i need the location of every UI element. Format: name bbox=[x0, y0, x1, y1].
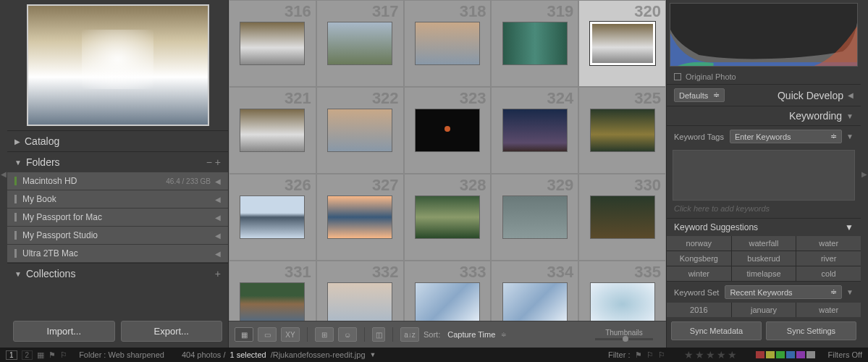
collections-header[interactable]: ▼ Collections + bbox=[7, 264, 228, 284]
disclosure-down-icon: ▼ bbox=[846, 132, 854, 140]
quick-develop-header[interactable]: Quick Develop bbox=[725, 90, 843, 101]
grid-icon[interactable]: ▦ bbox=[37, 350, 44, 360]
defaults-dropdown[interactable]: Defaults≑ bbox=[674, 88, 725, 102]
keyword-suggestion[interactable]: Kongsberg bbox=[667, 251, 731, 266]
thumbnail-size-slider[interactable]: Thumbnails bbox=[595, 329, 653, 340]
catalog-header[interactable]: ▶ Catalog bbox=[7, 131, 228, 151]
keyword-suggestion[interactable]: water bbox=[796, 236, 861, 251]
filter-unflag-icon[interactable]: ⚐ bbox=[646, 350, 654, 360]
keyword-tags-dropdown[interactable]: Enter Keywords≑ bbox=[730, 130, 842, 143]
folder-item[interactable]: Ultra 2TB Mac◀ bbox=[7, 245, 228, 263]
loupe-view-button[interactable]: ▭ bbox=[258, 327, 277, 342]
grid-cell[interactable]: 317 bbox=[316, 0, 404, 87]
keyword-textarea[interactable] bbox=[673, 150, 855, 201]
grid-cell[interactable]: 319 bbox=[491, 0, 578, 87]
keyword-set-dropdown[interactable]: Recent Keywords≑ bbox=[725, 285, 842, 299]
keywording-header[interactable]: Keywording bbox=[674, 110, 842, 122]
folder-item[interactable]: My Passport for Mac◀ bbox=[7, 209, 228, 227]
grid-cell[interactable]: 318 bbox=[404, 0, 492, 87]
grid-cell[interactable]: 333 bbox=[404, 261, 492, 321]
sync-settings-button[interactable]: Sync Settings bbox=[766, 321, 856, 340]
cell-index: 320 bbox=[634, 2, 661, 21]
cell-index: 324 bbox=[547, 89, 573, 108]
color-label-chip[interactable] bbox=[796, 351, 805, 358]
people-view-button[interactable]: ☺ bbox=[338, 327, 357, 342]
painter-tool-button[interactable]: ◫ bbox=[372, 327, 385, 342]
filter-flag-icon[interactable]: ⚑ bbox=[635, 350, 642, 360]
rating-star[interactable]: ★ bbox=[706, 349, 715, 361]
minus-icon[interactable]: − bbox=[206, 156, 212, 168]
color-label-chip[interactable] bbox=[756, 351, 764, 358]
grid-cell[interactable]: 330 bbox=[578, 174, 666, 261]
view-1-button[interactable]: 1 bbox=[6, 350, 17, 360]
grid-cell[interactable]: 325 bbox=[578, 87, 666, 174]
flag-icon[interactable]: ⚑ bbox=[49, 350, 56, 360]
grid-cell[interactable]: 328 bbox=[404, 174, 492, 261]
keyword-suggestion[interactable]: norway bbox=[667, 236, 731, 251]
grid-cell[interactable]: 331 bbox=[229, 261, 316, 321]
filters-off-label[interactable]: Filters Off bbox=[828, 350, 862, 359]
grid-cell[interactable]: 321 bbox=[229, 87, 316, 174]
keyword-suggestion[interactable]: winter bbox=[667, 266, 731, 281]
folder-item[interactable]: My Book◀ bbox=[7, 190, 228, 209]
keyword-suggestion[interactable]: buskerud bbox=[732, 251, 796, 266]
thumbnail-image bbox=[240, 22, 305, 65]
grid-cell[interactable]: 335 bbox=[578, 261, 666, 321]
plus-icon[interactable]: + bbox=[215, 156, 221, 168]
keyword-recent[interactable]: water bbox=[796, 303, 861, 317]
cell-index: 325 bbox=[634, 89, 661, 108]
color-label-chip[interactable] bbox=[806, 351, 815, 358]
keyword-suggestion[interactable]: river bbox=[796, 251, 861, 266]
folders-header[interactable]: ▼ Folders − + bbox=[7, 152, 228, 172]
rating-star[interactable]: ★ bbox=[717, 349, 726, 361]
grid-cell[interactable]: 327 bbox=[316, 174, 404, 261]
compare-view-button[interactable]: XY bbox=[281, 327, 300, 342]
dropdown-icon[interactable]: ▼ bbox=[370, 351, 376, 358]
keyword-suggestion[interactable]: timelapse bbox=[732, 266, 796, 281]
keyword-recent[interactable]: january bbox=[732, 303, 796, 317]
reject-icon[interactable]: ⚐ bbox=[60, 350, 67, 360]
grid-cell[interactable]: 334 bbox=[491, 261, 578, 321]
survey-view-button[interactable]: ⊞ bbox=[315, 327, 334, 342]
grid-view-button[interactable]: ▦ bbox=[235, 327, 253, 342]
folder-item[interactable]: Macintosh HD46.4 / 233 GB◀ bbox=[7, 172, 228, 190]
grid-cell[interactable]: 322 bbox=[316, 87, 404, 174]
keyword-suggestions-header[interactable]: Keyword Suggestions▼ bbox=[667, 218, 861, 236]
grid-cell[interactable]: 323 bbox=[404, 87, 492, 174]
original-photo-toggle[interactable]: Original Photo bbox=[667, 70, 861, 84]
plus-icon[interactable]: + bbox=[215, 268, 221, 279]
color-label-chip[interactable] bbox=[776, 351, 785, 358]
folder-item[interactable]: My Passport Studio◀ bbox=[7, 227, 228, 245]
color-label-chip[interactable] bbox=[766, 351, 775, 358]
rating-star[interactable]: ★ bbox=[695, 349, 704, 361]
export-button[interactable]: Export... bbox=[121, 321, 223, 342]
thumbnail-image bbox=[502, 22, 568, 65]
rating-star[interactable]: ★ bbox=[684, 349, 694, 361]
status-bar: 1 2 ▦ ⚑ ⚐ Folder : Web sharpened 404 pho… bbox=[0, 348, 868, 362]
right-edge-handle[interactable]: ▶ bbox=[861, 0, 868, 348]
filter-reject-icon[interactable]: ⚐ bbox=[658, 350, 665, 360]
grid-cell[interactable]: 320 bbox=[578, 0, 666, 87]
import-button[interactable]: Import... bbox=[13, 321, 115, 342]
sort-direction-button[interactable]: a↓z bbox=[400, 327, 419, 342]
grid-cell[interactable]: 324 bbox=[491, 87, 578, 174]
keyword-suggestion[interactable]: waterfall bbox=[732, 236, 796, 251]
grid-cell[interactable]: 316 bbox=[229, 0, 316, 87]
grid-cell[interactable]: 326 bbox=[229, 174, 316, 261]
histogram[interactable] bbox=[670, 3, 858, 67]
cell-index: 326 bbox=[285, 176, 311, 195]
sync-metadata-button[interactable]: Sync Metadata bbox=[671, 321, 762, 340]
keyword-recent[interactable]: 2016 bbox=[667, 303, 731, 317]
rating-star[interactable]: ★ bbox=[728, 349, 737, 361]
left-edge-handle[interactable]: ◀ bbox=[0, 0, 7, 348]
view-2-button[interactable]: 2 bbox=[22, 350, 33, 360]
checkbox-icon bbox=[674, 73, 681, 80]
sort-dropdown[interactable]: Capture Time bbox=[447, 330, 495, 339]
grid-cell[interactable]: 332 bbox=[316, 261, 404, 321]
keyword-input[interactable]: Click here to add keywords bbox=[674, 204, 770, 213]
navigator-preview[interactable] bbox=[7, 0, 228, 130]
thumbnail-image bbox=[327, 282, 392, 321]
keyword-suggestion[interactable]: cold bbox=[796, 266, 861, 281]
color-label-chip[interactable] bbox=[786, 351, 795, 358]
grid-cell[interactable]: 329 bbox=[491, 174, 578, 261]
